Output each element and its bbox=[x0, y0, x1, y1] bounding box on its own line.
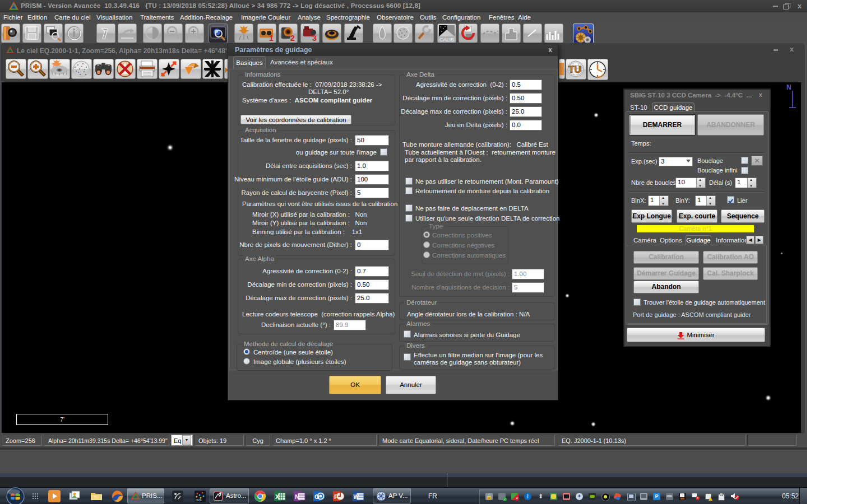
svg-text:W: W bbox=[354, 494, 359, 500]
svg-text:ISIS: ISIS bbox=[196, 498, 202, 502]
svg-text:O: O bbox=[314, 493, 320, 500]
svg-text:N: N bbox=[295, 493, 299, 500]
svg-text:2: 2 bbox=[290, 34, 295, 43]
svg-text:3: 3 bbox=[312, 34, 317, 43]
svg-text:P: P bbox=[334, 493, 338, 500]
svg-text:CALIB: CALIB bbox=[439, 37, 454, 43]
svg-text:TU: TU bbox=[568, 64, 581, 75]
svg-text:X: X bbox=[275, 493, 280, 500]
svg-text:1: 1 bbox=[269, 34, 274, 43]
